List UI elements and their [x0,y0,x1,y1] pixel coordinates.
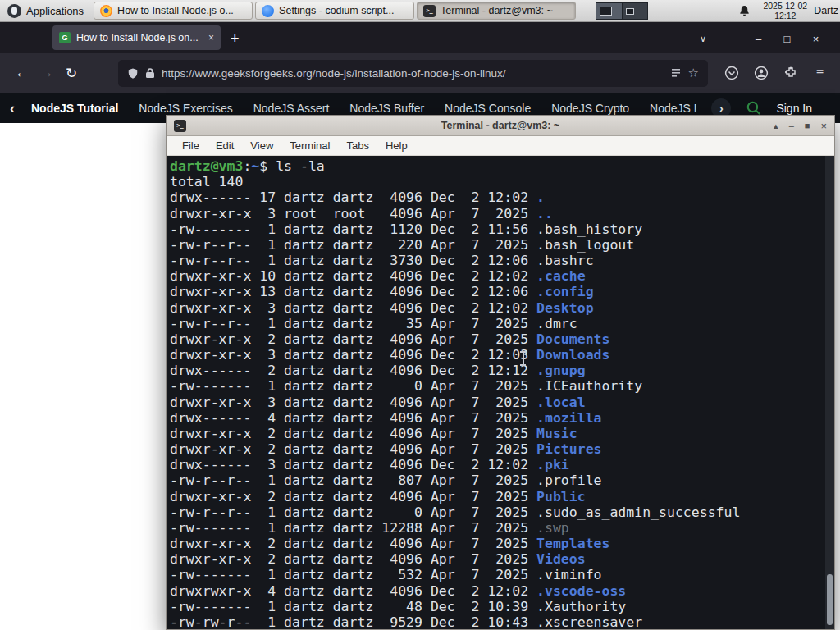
scrollbar-thumb[interactable] [827,574,833,625]
terminal-close-icon[interactable]: × [820,121,827,131]
applications-menu[interactable]: Applications [0,0,91,21]
menu-tabs[interactable]: Tabs [338,139,377,152]
terminal-row: drwxr-xr-x 13 dartz dartz 4096 Dec 2 12:… [170,284,823,299]
tab-close-icon[interactable]: × [208,32,214,43]
terminal-row: -rw------- 1 dartz dartz 48 Dec 2 10:39 … [170,599,823,614]
notification-bell-icon[interactable] [733,4,756,17]
terminal-row: -rw-rw-r-- 1 dartz dartz 9529 Dec 2 10:4… [170,614,823,629]
window-minimize-icon[interactable]: – [744,33,773,45]
gfg-nav-item-tutorial[interactable]: NodeJS Tutorial [31,102,118,115]
account-icon[interactable] [752,65,769,82]
prompt-user-host: dartz@vm3 [170,158,243,174]
terminal-maximize-icon[interactable]: ■ [805,121,810,130]
file-name: .local [536,395,586,410]
gfg-nav-item-console[interactable]: NodeJS Console [445,102,531,115]
terminal-shade-icon[interactable]: ▴ [774,121,778,130]
mini-window [626,8,634,15]
forward-button[interactable]: → [34,61,59,85]
terminal-row: drwxr-xr-x 3 dartz dartz 4096 Dec 2 12:0… [170,300,823,316]
window-maximize-icon[interactable]: □ [773,33,801,45]
list-all-tabs-icon[interactable]: ∨ [685,34,721,44]
sign-in-button[interactable]: Sign In [776,102,830,115]
menu-terminal[interactable]: Terminal [281,139,338,152]
terminal-window-icon: >_ [174,120,186,132]
menu-help[interactable]: Help [377,139,416,152]
file-name: Downloads [536,347,609,363]
bookmark-star-icon[interactable]: ☆ [688,66,699,80]
gfg-nav-items: NodeJS Tutorial NodeJS Exercises NodeJS … [31,102,696,115]
terminal-row: drwxr-xr-x 2 dartz dartz 4096 Apr 7 2025… [170,551,823,567]
file-name: Desktop [536,300,594,316]
terminal-window-title: Terminal - dartz@vm3: ~ [167,120,834,131]
prompt-command: ls -la [276,158,325,174]
gfg-nav-item-dns[interactable]: NodeJS DNS [650,102,696,115]
menu-view[interactable]: View [242,139,281,152]
browser-tab-bar: G How to Install Node.js on... × + ∨ – □… [0,22,840,53]
terminal-output: drwx------ 17 dartz dartz 4096 Dec 2 12:… [170,189,823,629]
padlock-icon[interactable] [145,67,155,79]
file-name: .profile [536,472,601,488]
terminal-row: -rw------- 1 dartz dartz 532 Apr 7 2025 … [170,567,823,582]
file-name: Music [536,426,578,441]
terminal-row: drwx------ 2 dartz dartz 4096 Dec 2 12:1… [170,363,823,378]
file-name: .dmrc [536,316,578,331]
workspace-pager[interactable] [596,2,648,20]
file-name: .sudo_as_admin_successful [536,504,740,520]
applications-icon [7,4,21,18]
gfg-nav-item-buffer[interactable]: NodeJS Buffer [349,102,424,115]
taskbar-item-terminal[interactable]: >_ Terminal - dartz@vm3: ~ [417,2,576,20]
gfg-favicon: G [59,32,71,43]
file-name: Public [536,489,586,504]
terminal-screen[interactable]: dartz@vm3:~$ ls -la total 140 drwx------… [167,156,834,629]
terminal-row: -rw-r--r-- 1 dartz dartz 0 Apr 7 2025 .s… [170,504,823,520]
file-name: .gnupg [536,363,586,378]
gfg-nav-item-crypto[interactable]: NodeJS Crypto [551,102,629,115]
nav-scroll-left-icon[interactable]: ‹ [10,101,15,116]
file-name: .swp [536,520,569,536]
browser-tab[interactable]: G How to Install Node.js on... × [52,25,221,50]
terminal-row: -rw-r--r-- 1 dartz dartz 807 Apr 7 2025 … [170,472,823,488]
gfg-nav-item-exercises[interactable]: NodeJS Exercises [139,102,232,115]
terminal-row: drwxr-xr-x 2 dartz dartz 4096 Apr 7 2025… [170,441,823,457]
terminal-scrollbar[interactable] [825,156,834,629]
url-bar[interactable]: https://www.geeksforgeeks.org/node-js/in… [118,60,708,87]
hamburger-menu-icon[interactable]: ≡ [811,65,829,82]
panel-user-label[interactable]: Dartz [814,5,838,16]
menu-edit[interactable]: Edit [208,139,242,152]
url-text[interactable]: https://www.geeksforgeeks.org/node-js/in… [162,67,664,80]
terminal-icon: >_ [423,5,436,17]
terminal-titlebar[interactable]: >_ Terminal - dartz@vm3: ~ ▴ – ■ × [167,116,834,136]
file-name: .ICEauthority [536,378,642,394]
gfg-nav-item-assert[interactable]: NodeJS Assert [253,102,330,115]
taskbar-item-firefox[interactable]: How to Install Node.js o... [94,2,253,20]
terminal-total-line: total 140 [170,174,823,189]
applications-label: Applications [26,5,84,17]
menu-file[interactable]: File [174,139,208,152]
file-name: .Xauthority [536,599,626,614]
extensions-puzzle-icon[interactable] [782,65,799,82]
terminal-row: drwxr-xr-x 3 root root 4096 Apr 7 2025 .… [170,206,823,221]
panel-clock[interactable]: 2025-12-02 12:12 [763,1,807,21]
back-button[interactable]: ← [10,61,34,85]
pocket-icon[interactable] [723,65,740,82]
file-name: .xscreensaver [536,614,642,629]
workspace-1[interactable] [596,3,622,19]
workspace-2[interactable] [622,3,648,19]
taskbar-item-codium[interactable]: Settings - codium script... [255,2,414,20]
terminal-row: drwx------ 17 dartz dartz 4096 Dec 2 12:… [170,189,823,205]
tracking-shield-icon[interactable] [127,67,139,80]
search-icon[interactable] [746,100,761,116]
reader-mode-icon[interactable] [670,67,682,79]
file-name: .viminfo [536,567,601,582]
window-close-icon[interactable]: × [801,33,830,45]
new-tab-button[interactable]: + [231,31,240,46]
file-name: Templates [536,536,609,551]
top-panel: Applications How to Install Node.js o...… [0,0,840,22]
file-name: .cache [536,268,586,284]
terminal-row: drwx------ 4 dartz dartz 4096 Apr 7 2025… [170,410,823,426]
reload-button[interactable]: ↻ [59,61,84,85]
file-name: Documents [536,331,609,347]
terminal-minimize-icon[interactable]: – [789,121,794,130]
terminal-row: -rw------- 1 dartz dartz 0 Apr 7 2025 .I… [170,378,823,394]
terminal-menubar: File Edit View Terminal Tabs Help [167,136,834,156]
